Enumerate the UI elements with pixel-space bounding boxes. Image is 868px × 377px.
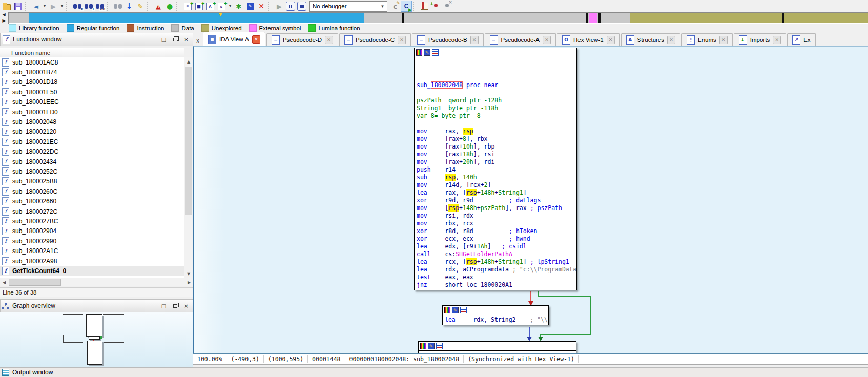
function-list-item[interactable]: fsub_180001EEC <box>0 97 184 107</box>
highlight-icon[interactable]: ✎ <box>135 1 146 12</box>
regular-function-region[interactable] <box>29 13 364 23</box>
unexplored-region[interactable] <box>630 13 868 23</box>
back-dropdown-icon[interactable]: ▾ <box>42 1 48 12</box>
tab-close-icon[interactable]: ✕ <box>719 36 728 44</box>
tab-structures[interactable]: AStructures✕ <box>621 33 680 46</box>
make-string-icon[interactable]: s <box>216 1 227 12</box>
string-dropdown-icon[interactable]: ▾ <box>227 1 233 12</box>
run-icon[interactable]: ▶ <box>274 1 285 12</box>
panel-close-icon[interactable]: x <box>195 37 201 44</box>
navband-left-icon[interactable]: ◀ <box>2 13 5 17</box>
continue-icon[interactable]: C▶ <box>401 1 412 12</box>
open-file-icon[interactable] <box>1 1 12 12</box>
tab-enums[interactable]: ⋮Enums✕ <box>681 33 733 46</box>
function-name-column-header[interactable]: Function name <box>0 48 184 57</box>
search-address-icon[interactable]: # <box>72 1 83 12</box>
tab-close-icon[interactable]: ✕ <box>773 36 781 44</box>
tab-close-icon[interactable]: ✕ <box>543 36 551 44</box>
function-list-item[interactable]: fsub_180001E50 <box>0 87 184 97</box>
tab-hex-view-1[interactable]: OHex View-1✕ <box>557 33 620 46</box>
make-function-icon[interactable]: ✱ <box>233 1 244 12</box>
tab-close-icon[interactable]: ✕ <box>325 36 333 44</box>
make-code-icon[interactable]: ≡ <box>182 1 193 12</box>
quick-edit-icon[interactable]: c✎ <box>389 1 401 12</box>
close-icon[interactable]: × <box>182 36 191 44</box>
node-edit-icon[interactable]: ✎ <box>452 307 459 313</box>
node-color-icon[interactable] <box>420 343 426 349</box>
tab-pseudocode-b[interactable]: ≡Pseudocode-B✕ <box>412 33 483 46</box>
function-list-item[interactable]: fsub_180002048 <box>0 117 184 127</box>
node-color-icon[interactable] <box>416 49 422 56</box>
tab-close-icon[interactable]: ✕ <box>667 36 675 44</box>
navband-scroll-arrows[interactable]: ◀ ▶ <box>0 12 8 24</box>
ida-graph-view[interactable]: ✎ sub_180002048 proc near pszPath= qword… <box>193 46 868 353</box>
node-color-icon[interactable] <box>444 307 450 313</box>
node-sync-icon[interactable] <box>432 49 439 56</box>
function-list-item[interactable]: fsub_180001B74 <box>0 67 184 77</box>
navigation-band[interactable]: ▼ <box>8 12 868 24</box>
function-list-item[interactable]: fsub_180002904 <box>0 226 184 236</box>
functions-hscrollbar[interactable]: ◀ ▶ <box>0 278 193 286</box>
close-icon[interactable]: × <box>182 302 191 310</box>
tab-ex[interactable]: ↗Ex <box>787 33 815 46</box>
scroll-left-icon[interactable]: ◀ <box>0 278 8 286</box>
undefine-icon[interactable]: ✕ <box>256 1 267 12</box>
function-list-item[interactable]: fsub_180001D18 <box>0 77 184 87</box>
scroll-right-icon[interactable]: ▶ <box>185 278 193 286</box>
tab-imports[interactable]: ↓Imports✕ <box>734 33 786 46</box>
debugger-select[interactable]: No debugger▼ <box>309 1 387 12</box>
pause-icon[interactable] <box>285 1 296 12</box>
basic-block-3[interactable]: ✎ <box>418 341 576 353</box>
tab-close-icon[interactable]: ✕ <box>607 36 615 44</box>
save-icon[interactable] <box>12 1 24 12</box>
function-list-item[interactable]: fsub_18000260C <box>0 186 184 196</box>
function-list-item[interactable]: fsub_1800025B8 <box>0 177 184 186</box>
forward-dropdown-icon[interactable]: ▾ <box>59 1 65 12</box>
node-edit-icon[interactable]: ✎ <box>428 343 435 349</box>
function-list-item[interactable]: fsub_180002990 <box>0 236 184 246</box>
function-list-item[interactable]: fsub_180001FD0 <box>0 107 184 117</box>
maximize-icon[interactable]: □ <box>159 302 168 310</box>
tab-close-icon[interactable]: ✕ <box>398 36 406 44</box>
node-edit-icon[interactable]: ✎ <box>424 49 430 56</box>
function-list-item[interactable]: fsub_180001AC8 <box>0 57 184 67</box>
hscroll-thumb[interactable] <box>9 279 61 286</box>
function-list-item[interactable]: fGetTickCount64_0 <box>0 266 184 276</box>
node-sync-icon[interactable] <box>436 343 443 349</box>
function-list-item[interactable]: fsub_18000252C <box>0 166 184 176</box>
function-list-item[interactable]: fsub_180002120 <box>0 127 184 137</box>
tab-pseudocode-a[interactable]: ≡Pseudocode-A✕ <box>485 33 556 46</box>
maximize-icon[interactable]: □ <box>159 36 168 44</box>
functions-vscrollbar[interactable]: ▲ ▼ <box>184 57 193 278</box>
search-text-icon[interactable]: T <box>83 1 94 12</box>
graph-overview-canvas[interactable] <box>0 312 193 367</box>
tab-ida-view-a[interactable]: ≡IDA View-A✕ <box>203 32 265 46</box>
tab-pseudocode-d[interactable]: ≡Pseudocode-D✕ <box>266 33 338 46</box>
function-list-item[interactable]: fsub_1800027BC <box>0 216 184 226</box>
notebook-icon[interactable] <box>419 1 430 12</box>
float-icon[interactable] <box>171 36 179 44</box>
edit-function-icon[interactable]: ✎ <box>244 1 256 12</box>
add-breakpoint-icon[interactable] <box>430 1 441 12</box>
jump-icon[interactable]: ↓ <box>123 1 135 12</box>
stop-icon[interactable] <box>296 1 307 12</box>
function-list-item[interactable]: fsub_180002660 <box>0 196 184 206</box>
function-list-item[interactable]: fsub_180002434 <box>0 157 184 166</box>
function-list-item[interactable]: fsub_1800022DC <box>0 147 184 157</box>
problems-icon[interactable]: ▲! <box>153 1 164 12</box>
function-list-item[interactable]: fsub_1800021EC <box>0 137 184 146</box>
function-list-item[interactable]: fsub_180002A1C <box>0 246 184 256</box>
chevron-down-icon[interactable]: ▼ <box>378 2 387 11</box>
output-window-titlebar[interactable]: Output window <box>0 367 868 377</box>
node-sync-icon[interactable] <box>460 307 467 313</box>
remove-breakpoint-icon[interactable] <box>441 1 452 12</box>
search-next-icon[interactable] <box>112 1 123 12</box>
tab-close-icon[interactable]: ✕ <box>470 36 479 44</box>
float-icon[interactable] <box>171 302 179 310</box>
basic-block-2[interactable]: ✎lea rdx, String2 ; "\\" <box>442 305 549 325</box>
vscroll-thumb[interactable] <box>185 67 192 215</box>
analysis-indicator-icon[interactable]: ● <box>164 1 175 12</box>
tab-pseudocode-c[interactable]: ≡Pseudocode-C✕ <box>339 33 411 46</box>
make-data-icon[interactable]: ▦ <box>193 1 204 12</box>
back-icon[interactable]: ◄ <box>30 1 42 12</box>
